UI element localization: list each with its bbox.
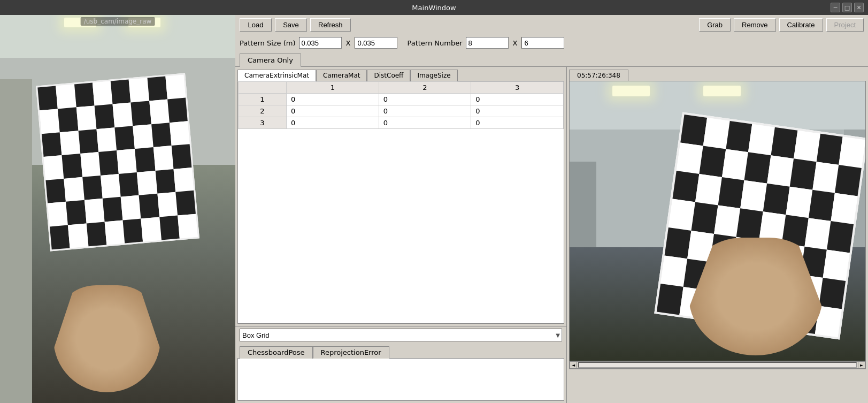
window-controls: ─ □ ✕ — [831, 3, 864, 12]
project-button[interactable]: Project — [826, 18, 864, 32]
bottom-tab-strip: ChessboardPose ReprojectionError — [235, 344, 566, 358]
table-row: 2 0 0 0 — [239, 105, 564, 117]
scrollbar-track[interactable] — [578, 362, 857, 368]
matrix-col-3: 3 — [471, 82, 564, 94]
tab-camera-extrinsic[interactable]: CameraExtrinsicMat — [237, 70, 316, 81]
matrix-header-empty — [239, 82, 287, 94]
checkerboard-card-left — [36, 73, 199, 251]
right-panel: Load Save Refresh Grab Remove Calibrate … — [235, 15, 868, 403]
scroll-right-arrow[interactable]: ► — [858, 361, 865, 369]
content-split: CameraExtrinsicMat CameraMat DistCoeff I… — [235, 66, 868, 403]
main-layout: /usb_cam/image_raw Load Save Refresh Gra… — [0, 15, 868, 403]
box-grid-select[interactable]: Box Grid Circle Grid Asymmetric Circle G… — [240, 329, 562, 341]
pattern-size-y-input[interactable] — [355, 37, 397, 49]
box-grid-row: Box Grid Circle Grid Asymmetric Circle G… — [235, 326, 566, 344]
cell-3-2: 0 — [379, 117, 471, 129]
window-title: MainWindow — [412, 4, 456, 12]
image-tab-strip: 05:57:26:348 — [567, 67, 868, 81]
cell-2-1: 0 — [287, 105, 379, 117]
matrix-panel: CameraExtrinsicMat CameraMat DistCoeff I… — [235, 67, 567, 403]
table-row: 1 0 0 0 — [239, 94, 564, 105]
main-tab-strip: Camera Only — [235, 51, 868, 66]
pattern-x-label: X — [346, 39, 351, 47]
toolbar-right: Grab Remove Calibrate Project — [699, 18, 864, 32]
toolbar: Load Save Refresh Grab Remove Calibrate … — [235, 15, 868, 35]
row-header-2: 2 — [239, 105, 287, 117]
right-camera-image — [570, 81, 865, 361]
pattern-x2-label: X — [513, 39, 518, 47]
pattern-size-label: Pattern Size (m) — [240, 39, 296, 47]
pattern-number-y-input[interactable] — [521, 37, 564, 49]
pattern-size-x-input[interactable] — [299, 37, 342, 49]
save-button[interactable]: Save — [275, 18, 307, 32]
table-row: 3 0 0 0 — [239, 117, 564, 129]
scroll-left-arrow[interactable]: ◄ — [570, 361, 577, 369]
tab-chessboard-pose[interactable]: ChessboardPose — [240, 346, 313, 359]
cell-3-1: 0 — [287, 117, 379, 129]
matrix-col-2: 2 — [379, 82, 471, 94]
image-display — [569, 81, 866, 361]
row-header-1: 1 — [239, 94, 287, 105]
hand-right — [689, 238, 823, 355]
title-bar: MainWindow ─ □ ✕ — [0, 0, 868, 15]
grab-button[interactable]: Grab — [699, 18, 731, 32]
minimize-button[interactable]: ─ — [831, 3, 840, 12]
checker-grid-left — [36, 73, 199, 251]
load-button[interactable]: Load — [240, 18, 272, 32]
cell-2-3: 0 — [471, 105, 564, 117]
image-panel: 05:57:26:348 — [567, 67, 868, 403]
cell-1-2: 0 — [379, 94, 471, 105]
cell-2-2: 0 — [379, 105, 471, 117]
pattern-number-label: Pattern Number — [407, 39, 462, 47]
tabs-area: Camera Only CameraExtrinsicMat CameraMat… — [235, 51, 868, 403]
tab-dist-coeff[interactable]: DistCoeff — [367, 70, 410, 81]
bottom-content-area — [237, 358, 564, 401]
image-timestamp-tab[interactable]: 05:57:26:348 — [569, 70, 628, 81]
tab-camera-mat[interactable]: CameraMat — [316, 70, 367, 81]
bottom-section: Box Grid Circle Grid Asymmetric Circle G… — [235, 326, 566, 403]
tab-reprojection-error[interactable]: ReprojectionError — [313, 346, 389, 359]
image-bottom-area — [569, 369, 866, 401]
pattern-row: Pattern Size (m) X Pattern Number X — [235, 35, 868, 51]
pattern-number-x-input[interactable] — [466, 37, 509, 49]
matrix-tab-strip: CameraExtrinsicMat CameraMat DistCoeff I… — [235, 67, 566, 81]
hand-left — [53, 285, 160, 392]
calibrate-button[interactable]: Calibrate — [779, 18, 823, 32]
refresh-button[interactable]: Refresh — [310, 18, 351, 32]
cell-1-3: 0 — [471, 94, 564, 105]
matrix-col-1: 1 — [287, 82, 379, 94]
row-header-3: 3 — [239, 117, 287, 129]
remove-button[interactable]: Remove — [734, 18, 775, 32]
close-button[interactable]: ✕ — [854, 3, 864, 12]
matrix-table-area: 1 2 3 1 0 0 0 — [237, 81, 564, 324]
left-camera-panel: /usb_cam/image_raw — [0, 15, 235, 403]
tab-image-size[interactable]: ImageSize — [410, 70, 457, 81]
left-panel-title: /usb_cam/image_raw — [81, 17, 155, 26]
cell-3-3: 0 — [471, 117, 564, 129]
maximize-button[interactable]: □ — [842, 3, 852, 12]
box-grid-wrapper: Box Grid Circle Grid Asymmetric Circle G… — [240, 329, 562, 341]
left-camera-image: /usb_cam/image_raw — [0, 15, 235, 403]
cell-1-1: 0 — [287, 94, 379, 105]
matrix-table: 1 2 3 1 0 0 0 — [238, 81, 564, 129]
tab-camera-only[interactable]: Camera Only — [240, 54, 301, 67]
horizontal-scrollbar[interactable]: ◄ ► — [569, 361, 866, 369]
